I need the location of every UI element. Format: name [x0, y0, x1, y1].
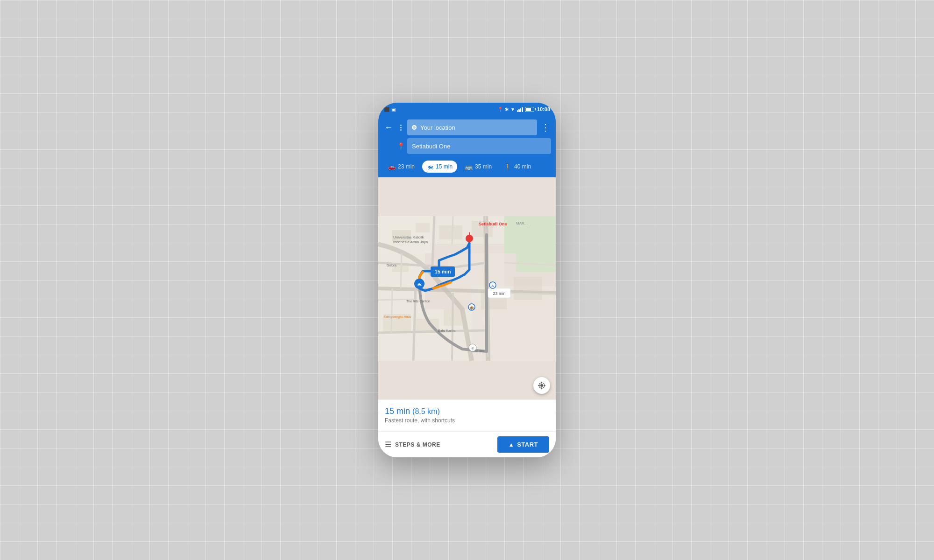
battery-fill	[526, 108, 531, 111]
route-main-time: 15 min (8,5 km)	[385, 406, 440, 416]
signal-bar-2	[518, 109, 520, 112]
svg-text:23 min: 23 min	[493, 291, 505, 296]
back-button[interactable]: ←	[383, 123, 394, 133]
svg-text:A: A	[491, 284, 494, 288]
location-status-icon: 📍	[497, 107, 503, 112]
signal-bar-3	[520, 108, 522, 112]
walk-icon: 🚶	[504, 163, 512, 170]
to-field[interactable]: Setiabudi One	[407, 138, 551, 154]
svg-text:Gelora: Gelora	[387, 264, 396, 267]
destination-pin-icon: 📍	[397, 142, 405, 150]
svg-rect-10	[416, 223, 430, 232]
status-icons-left: ⬛ ▣	[384, 107, 396, 112]
route-summary: 15 min (8,5 km) Fastest route, with shor…	[385, 406, 549, 424]
car-icon: 🚗	[388, 163, 396, 170]
from-field-text: Your location	[420, 124, 455, 131]
from-field[interactable]: Your location	[407, 119, 537, 135]
start-label: START	[517, 441, 538, 448]
signal-bar-4	[522, 107, 523, 112]
signal-bar-1	[517, 110, 518, 112]
to-field-text: Setiabudi One	[412, 143, 450, 150]
bluetooth-icon: ✱	[505, 107, 509, 112]
walk-time: 40 min	[514, 163, 531, 170]
tab-car[interactable]: 🚗 23 min	[383, 161, 419, 173]
start-arrow-icon: ▲	[509, 441, 514, 448]
my-location-icon	[538, 381, 546, 390]
from-row: ← Your location ⋮	[383, 119, 551, 135]
status-bar: ⬛ ▣ 📍 ✱ ▼ 10:08	[378, 103, 556, 116]
time-display: 10:08	[537, 106, 550, 112]
search-header: ← Your location ⋮ 📍 Setiabudi One	[378, 116, 556, 159]
connector: 📍	[397, 142, 404, 150]
map-area[interactable]: 🏍 15 min 23 min Universitas Katolik Indo…	[378, 177, 556, 399]
svg-text:Universitas Katolik: Universitas Katolik	[393, 235, 425, 239]
to-row: 📍 Setiabudi One	[397, 138, 551, 154]
tab-bike[interactable]: 🏍 15 min	[422, 161, 457, 173]
svg-rect-2	[516, 253, 556, 272]
phone-icon: ▣	[391, 107, 396, 112]
tab-walk[interactable]: 🚶 40 min	[499, 161, 536, 173]
start-navigation-button[interactable]: ▲ START	[497, 436, 549, 453]
steps-label: STEPS & MORE	[395, 441, 440, 448]
distance-value: (8,5 km)	[412, 407, 440, 415]
my-location-button[interactable]	[533, 377, 550, 394]
svg-text:🏍: 🏍	[417, 281, 422, 287]
svg-text:15 min: 15 min	[435, 269, 451, 274]
photo-icon: ⬛	[384, 107, 389, 112]
status-icons-right: 📍 ✱ ▼ 10:08	[497, 106, 550, 112]
tab-transit[interactable]: 🚌 35 min	[460, 161, 496, 173]
svg-text:The Ritz-Carlton: The Ritz-Carlton	[406, 300, 430, 303]
steps-and-more-button[interactable]: ☰ STEPS & MORE	[385, 440, 493, 449]
car-time: 23 min	[398, 163, 415, 170]
transit-icon: 🚌	[465, 163, 473, 170]
route-description: Fastest route, with shortcuts	[385, 417, 549, 424]
drag-handle	[397, 125, 404, 131]
svg-text:Balai Kartini: Balai Kartini	[438, 329, 456, 332]
wifi-icon: ▼	[510, 107, 515, 112]
more-options-button[interactable]: ⋮	[540, 122, 551, 133]
svg-text:Kampoengku resto: Kampoengku resto	[384, 315, 411, 319]
svg-rect-11	[439, 225, 462, 239]
svg-text:②: ②	[471, 347, 474, 350]
svg-text:Setiabudi One: Setiabudi One	[479, 222, 507, 226]
from-location-dot	[412, 125, 417, 130]
map-svg: 🏍 15 min 23 min Universitas Katolik Indo…	[378, 177, 556, 399]
svg-rect-1	[504, 216, 556, 253]
transit-time: 35 min	[475, 163, 492, 170]
svg-rect-18	[514, 277, 542, 300]
battery-icon	[525, 107, 534, 112]
phone-frame: ⬛ ▣ 📍 ✱ ▼ 10:08 ←	[378, 103, 556, 457]
svg-text:Indonesia Atma Jaya: Indonesia Atma Jaya	[393, 240, 428, 244]
time-value: 15 min	[385, 406, 410, 416]
steps-list-icon: ☰	[385, 440, 391, 449]
transport-tabs: 🚗 23 min 🏍 15 min 🚌 35 min 🚶 40 min	[378, 159, 556, 177]
bottom-action-bar: ☰ STEPS & MORE ▲ START	[378, 431, 556, 457]
svg-point-41	[540, 384, 543, 387]
signal-bars	[517, 106, 523, 112]
svg-text:MAR...: MAR...	[516, 221, 527, 225]
route-info-panel: 15 min (8,5 km) Fastest route, with shor…	[378, 399, 556, 431]
svg-text:🏨: 🏨	[469, 305, 474, 310]
bike-time: 15 min	[436, 163, 453, 170]
bike-icon: 🏍	[427, 163, 433, 170]
